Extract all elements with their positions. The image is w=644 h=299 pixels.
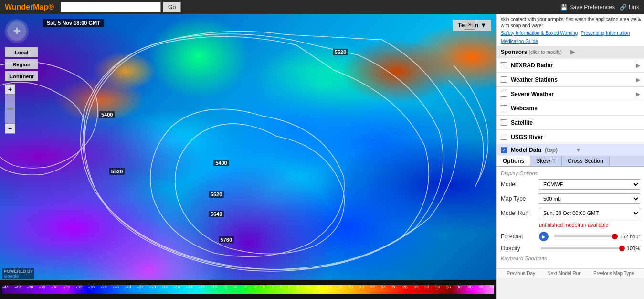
weather-stations-checkbox[interactable]: [501, 76, 507, 83]
scale-value: -20: [149, 285, 156, 289]
scale-value: 2: [271, 285, 274, 289]
layer-nexrad[interactable]: NEXRAD Radar ▶: [497, 58, 644, 73]
nexrad-label: NEXRAD Radar: [511, 62, 636, 69]
scale-value: -16: [174, 285, 180, 289]
model-data-checkbox[interactable]: [501, 147, 507, 153]
model-run-row: Model Run Sun, 30 Oct 00:00 GMT: [501, 208, 640, 218]
model-row: Model ECMWF: [501, 179, 640, 190]
model-data-expand-icon: ▼: [576, 147, 641, 153]
scale-value: 8: [296, 285, 299, 289]
model-run-select[interactable]: Sun, 30 Oct 00:00 GMT: [539, 208, 640, 218]
scale-value: -10: [211, 285, 217, 289]
contour-label-5640: 5640: [209, 211, 224, 217]
ad-link-medication[interactable]: Medication Guide: [501, 39, 538, 44]
header: WunderMap® Full Address Search Go 💾 Save…: [0, 0, 644, 14]
forecast-play-button[interactable]: ▶: [539, 232, 549, 241]
layer-weather-stations[interactable]: Weather Stations ▶: [497, 73, 644, 87]
tab-options[interactable]: Options: [497, 156, 530, 166]
scale-value: 20: [359, 285, 364, 289]
model-data-label: Model Data (top): [511, 147, 576, 153]
model-run-label: Model Run: [501, 210, 539, 216]
scale-value: 26: [392, 285, 397, 289]
model-select[interactable]: ECMWF: [539, 179, 640, 190]
scale-value: -12: [199, 285, 205, 289]
forecast-label: Forecast: [501, 233, 539, 240]
tab-cross-section[interactable]: Cross Section: [562, 156, 610, 166]
opacity-slider[interactable]: [541, 247, 625, 249]
continent-button[interactable]: Continent: [5, 71, 38, 81]
map-container[interactable]: 5520 5400 5520 5400 5520 5640 5760 ✛ Loc…: [0, 14, 496, 299]
model-tabs: Options Skew-T Cross Section: [497, 156, 644, 167]
sponsors-expand-icon: ▶: [570, 49, 640, 55]
forecast-row: Forecast ▶ 162 hour: [501, 232, 640, 241]
link-button[interactable]: 🔗 Link: [620, 4, 639, 11]
opacity-row: Opacity 100%: [501, 245, 640, 252]
layer-webcams[interactable]: Webcams: [497, 101, 644, 116]
scale-value: -26: [113, 285, 119, 289]
zoom-in-button[interactable]: +: [5, 84, 15, 95]
ad-link-safety[interactable]: Safety Information & Boxed Warning: [501, 31, 578, 36]
scale-value: 12: [316, 285, 321, 289]
webcams-checkbox[interactable]: [501, 105, 507, 111]
scale-value: -4: [243, 285, 247, 289]
sponsors-row[interactable]: Sponsors (click to modify) ▶: [497, 46, 644, 58]
scale-value: 40: [468, 285, 473, 289]
scale-value: 28: [402, 285, 407, 289]
pan-arrows: ✛: [7, 21, 26, 41]
logo-text: WunderMap: [5, 3, 48, 11]
layer-satellite[interactable]: Satellite: [497, 116, 644, 130]
zoom-out-button[interactable]: −: [5, 123, 15, 134]
ad-banner-text: skin contact with your armpits, first wa…: [501, 16, 640, 29]
satellite-checkbox[interactable]: [501, 119, 507, 126]
keyboard-shortcuts-label: Keyboard Shortcuts: [501, 256, 640, 261]
nexrad-checkbox[interactable]: [501, 62, 507, 68]
scale-value: -22: [137, 285, 144, 289]
pan-icon: ✛: [13, 26, 21, 36]
forecast-slider[interactable]: [554, 235, 618, 237]
layer-severe-weather[interactable]: Severe Weather ▶: [497, 87, 644, 101]
opacity-slider-thumb: [619, 246, 625, 251]
model-data-header[interactable]: Model Data (top) ▼: [497, 144, 644, 156]
go-button[interactable]: Go: [163, 2, 181, 12]
keyboard-shortcuts-row: Previous Day Next Model Run Previous Map…: [497, 268, 644, 278]
ad-link-prescribing[interactable]: Prescribing Information: [581, 31, 630, 36]
model-options: Display Options Model ECMWF Map Type 500…: [497, 167, 644, 268]
scale-value: 34: [435, 285, 440, 289]
scale-value: 22: [370, 285, 375, 289]
sponsors-sub: (click to modify): [529, 50, 562, 55]
scale-value: 0: [263, 285, 265, 289]
usgs-river-checkbox[interactable]: [501, 134, 507, 140]
layer-usgs-river[interactable]: USGS River: [497, 130, 644, 144]
ad-banner: ▲ skin contact with your armpits, first …: [497, 14, 644, 46]
map-controls: ✛ Local Region Continent + −: [5, 19, 38, 134]
map-type-select[interactable]: 500 mb: [539, 193, 640, 204]
scale-value: 42: [478, 285, 483, 289]
scale-value: 38: [457, 285, 462, 289]
ad-expand-button[interactable]: ▲: [637, 16, 642, 21]
expand-panel-button[interactable]: »: [465, 19, 475, 30]
local-button[interactable]: Local: [5, 47, 38, 57]
scale-value: -42: [15, 285, 21, 289]
opacity-label: Opacity: [501, 245, 539, 252]
view-buttons: Local Region Continent: [5, 47, 38, 81]
scale-value: -38: [39, 285, 45, 289]
tab-skewt[interactable]: Skew-T: [530, 156, 562, 166]
scale-value: 18: [348, 285, 353, 289]
pan-control[interactable]: ✛: [5, 19, 29, 43]
region-button[interactable]: Region: [5, 59, 38, 69]
usgs-river-label: USGS River: [511, 134, 640, 140]
layers-list: NEXRAD Radar ▶ Weather Stations ▶ Severe…: [497, 58, 644, 144]
map-type-label: Map Type: [501, 195, 539, 202]
scale-value: 10: [305, 285, 310, 289]
contour-label-5520-1: 5520: [333, 49, 348, 55]
scale-value: 14: [327, 285, 331, 289]
scale-value: -24: [125, 285, 131, 289]
severe-weather-checkbox[interactable]: [501, 91, 507, 97]
forecast-hour: 162 hour: [620, 234, 640, 239]
save-preferences-button[interactable]: 💾 Save Preferences: [560, 4, 615, 11]
search-input[interactable]: Full Address Search: [61, 2, 161, 12]
link-label: Link: [629, 4, 639, 11]
scale-value: -6: [233, 285, 237, 289]
logo-registered: ®: [48, 3, 54, 11]
contour-label-5520-2: 5520: [109, 168, 125, 175]
